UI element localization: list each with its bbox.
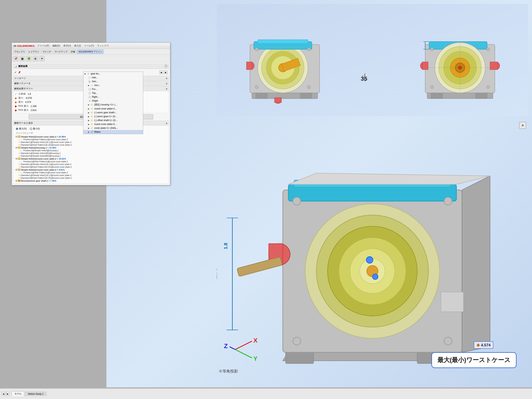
ft-item-annotation[interactable]: ▶ A Ann... xyxy=(83,83,143,87)
contributor-child-1-2[interactable]: ✏ Diameter1@Simple Hole1(16.1)@round cov… xyxy=(18,141,167,144)
contributor-item-3[interactable]: ⊟ Simple Hole2@round cover plate-2 = 10.… xyxy=(15,157,167,160)
ft-item-round-cover1[interactable]: ▶ ⚙ round cover plate<1... xyxy=(83,107,143,111)
check-button[interactable]: ✓ xyxy=(14,71,17,74)
tb-markup[interactable]: マークアップ xyxy=(53,50,69,54)
ft-arrow-rc2: ▶ xyxy=(88,123,89,125)
ft-item-worm-shaft[interactable]: ▶ ⚙ (-) worm gear shaft<... xyxy=(83,111,143,114)
contributor-child-3-3[interactable]: ✏ Diameter3@Hole Pattern1(6.25)@round co… xyxy=(18,165,167,168)
status-nav-right[interactable]: ▶ xyxy=(6,392,10,396)
svg-point-17 xyxy=(307,48,310,51)
contributor-child-2-1[interactable]: —— Position3@Simple Hole3@housing-1 xyxy=(18,149,167,152)
ft-item-offset-shaft[interactable]: ▶ ⚙ (-) offset shaft<1> (D… xyxy=(83,118,143,122)
nav-forward[interactable]: ▶ xyxy=(164,70,168,74)
icon-plus[interactable]: ⊕ xyxy=(33,56,38,61)
ft-item-worm-gear[interactable]: ▶ ⚙ (-) worm gear<1> (D… xyxy=(83,114,143,118)
contributor-child-2-2[interactable]: ✏ Diameter1@Simple Hole1(80)@housing-1 xyxy=(18,152,167,155)
contributor-item-4[interactable]: ⊟ Simple Hole5@round cover plate-2 = 9.8… xyxy=(15,168,167,171)
tb-sketch[interactable]: スケッチ xyxy=(41,50,52,54)
contributor-child-4-1[interactable]: —— Position1@Hole Pattern1@round cover p… xyxy=(18,171,167,174)
svg-rect-33 xyxy=(422,62,428,70)
svg-rect-13 xyxy=(274,98,281,102)
radio-max[interactable]: 最大(X) xyxy=(16,127,27,130)
model-iso-view[interactable] xyxy=(244,12,325,108)
ft-item-history[interactable]: 🕐 Hist... xyxy=(83,76,143,80)
ft-arrow-ann: ▶ xyxy=(88,84,89,86)
max-value: 4.574 xyxy=(25,101,31,103)
menu-view[interactable]: 表示(V) xyxy=(62,44,72,48)
contributor-item-5[interactable]: ⊟ Boss2@worm gear shaft-1 = 7.45% xyxy=(15,179,167,182)
ft-icon-front: ⬜ xyxy=(88,88,91,91)
menu-window[interactable]: ウィンドウ xyxy=(96,44,110,48)
summary-label: 解析結果サマリー xyxy=(14,87,33,90)
contributor-child-3-1[interactable]: —— Position1@Hole Pattern1@round cover p… xyxy=(18,160,167,163)
ft-item-top[interactable]: ⬜ Top... xyxy=(83,91,143,95)
menu-insert[interactable]: 挿入(I) xyxy=(73,44,82,48)
contributor-child-4-3[interactable]: ✏ Diameter3@Hole Pattern1(6.25)@round co… xyxy=(18,177,167,179)
x-button[interactable]: ✗ xyxy=(18,71,21,74)
contributor-child-1-3[interactable]: ✏ Diameter3@Hole Pattern1(6.25)@round co… xyxy=(18,144,167,146)
tb-addins[interactable]: SOLIDWORKS アドイン xyxy=(77,50,103,54)
radio-min[interactable]: 最小(I) xyxy=(30,127,40,130)
contributor-child-label-4-1: Position1@Hole Pattern1@round cover plat… xyxy=(23,171,68,174)
svg-point-42 xyxy=(487,85,490,89)
sw-logo: 3S SOLIDWORKS xyxy=(13,44,35,47)
ft-item-mates[interactable]: ▶ 🔗 Mates xyxy=(83,130,143,134)
ft-arrow-rc1: ▶ xyxy=(88,108,89,110)
svg-point-18 xyxy=(255,85,258,89)
ft-icon-mates: 🔗 xyxy=(90,130,94,133)
svg-point-69 xyxy=(372,274,378,279)
ft-item-gearbody[interactable]: ▶ ⚙ gear bo... xyxy=(83,72,143,76)
ft-label-cp: cover plate<1> (Defa… xyxy=(94,127,118,129)
nominal-value: 1.8 xyxy=(28,93,31,95)
contributor-item-2[interactable]: ⊟ Simple Hole3@housing-1 = 13.40% xyxy=(15,146,167,149)
contributor-child-1-1[interactable]: —— Position1@Hole Pattern1@round cover p… xyxy=(18,138,167,141)
ft-item-housing[interactable]: ▶ ⚙ (固定) housing <1> (… xyxy=(83,103,143,107)
contributor-child-2-3[interactable]: ✏ Diameter3@Simple Hole3(80)@housing-1 xyxy=(18,155,167,157)
ft-icon-assembly: ⚙ xyxy=(87,72,90,75)
tb-layout[interactable]: レイアウト xyxy=(27,50,40,54)
ft-label-os: (-) offset shaft<1> (D… xyxy=(94,119,118,122)
contributor-child-3-2[interactable]: ✏ Diameter1@Simple Hole1(16.1)@round cov… xyxy=(18,163,167,165)
tab-model[interactable]: モデル xyxy=(12,391,24,396)
contributor-item-1[interactable]: ⊟ Simple Hole3@round cover plate-2 = 25.… xyxy=(15,135,167,138)
annotation-bubble: 最大(最小)ワーストケース xyxy=(431,352,517,368)
ft-label-wg: (-) worm gear<1> (D… xyxy=(94,115,118,118)
tb-assembly[interactable]: アセンブリ xyxy=(13,50,26,54)
rss-min-icon: ◆ xyxy=(15,105,17,108)
ft-icon-cp: ⚙ xyxy=(90,127,94,130)
ft-icon-housing: ⚙ xyxy=(90,103,94,106)
contributor-label-5: Boss2@worm gear shaft-1 = 7.45% xyxy=(21,180,56,182)
menu-file[interactable]: ファイル(F) xyxy=(36,44,50,48)
ft-item-sensor[interactable]: 📡 Sen... xyxy=(83,80,143,83)
icon-star[interactable]: ✦ xyxy=(39,56,45,61)
help-icon[interactable]: ? xyxy=(165,65,168,68)
tab-motion-study[interactable]: Motion Study 1 xyxy=(25,392,46,396)
feature-tree-panel: ▶ ⚙ gear bo... 🕐 Hist... 📡 Sen... ▶ A An… xyxy=(83,72,143,134)
ft-icon-os: ⚙ xyxy=(90,119,94,122)
menu-edit[interactable]: 編集(E) xyxy=(51,44,61,48)
icon-grid[interactable]: ▦ xyxy=(19,56,25,61)
analysis-results-header[interactable]: 📊 解析結果 ? xyxy=(13,64,169,69)
tb-evaluate[interactable]: 評価 xyxy=(70,50,76,54)
large-model-svg: 1.8 X Y Z xyxy=(217,120,528,372)
ft-item-cover-plate[interactable]: ▶ ⚙ cover plate<1> (Defa… xyxy=(83,126,143,130)
folder-icon-4 xyxy=(18,169,20,171)
contributor-child-4-2[interactable]: ✏ Diameter1@Simple Hole1(16.1)@round cov… xyxy=(18,174,167,177)
ft-item-right[interactable]: ⬜ Right... xyxy=(83,95,143,99)
status-nav-left[interactable]: ◀ xyxy=(1,392,6,396)
ft-label-rc2: round cover plate<2... xyxy=(94,123,117,126)
page-icon[interactable]: ≡ xyxy=(519,122,526,129)
icon-pin[interactable]: 📌 xyxy=(13,56,18,61)
svg-rect-31 xyxy=(490,62,498,70)
model-large-view[interactable]: 1.8 X Y Z 1.8 ◈ 4.574 xyxy=(217,120,528,372)
ft-item-round-cover2[interactable]: ▶ ⚙ round cover plate<2... xyxy=(83,122,143,126)
menu-tools[interactable]: ツール(T) xyxy=(83,44,95,48)
model-front-view[interactable] xyxy=(419,12,501,108)
ft-label-front: Fro... xyxy=(92,88,97,90)
ft-item-origin[interactable]: ⊕ Origin xyxy=(83,99,143,103)
contributor-child-label-4-2: Diameter1@Simple Hole1(16.1)@round cover… xyxy=(21,174,71,176)
svg-point-66 xyxy=(293,337,301,345)
ft-item-front[interactable]: ⬜ Fro... xyxy=(83,87,143,91)
icon-tree[interactable]: 🌳 xyxy=(26,56,32,61)
nav-back[interactable]: ◀ xyxy=(159,70,163,74)
